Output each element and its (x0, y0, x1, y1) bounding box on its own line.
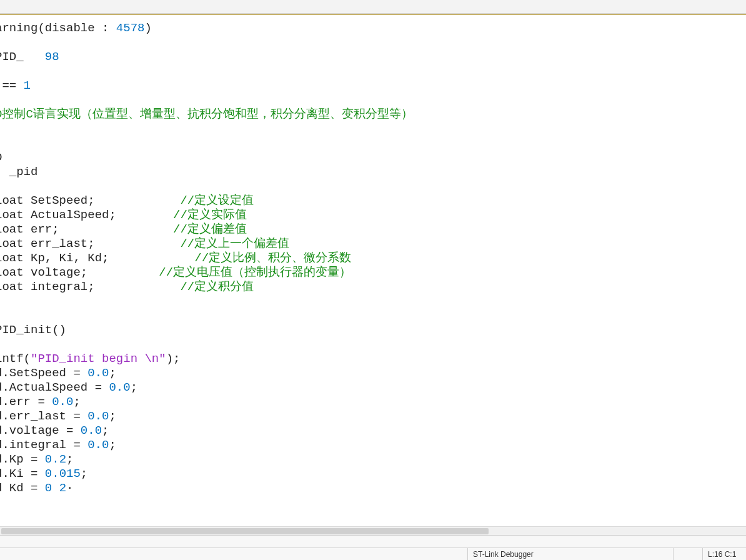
code-line[interactable]: PID_init() (0, 323, 746, 338)
code-token: intf( (0, 352, 31, 366)
code-token: 0.0 (109, 381, 130, 394)
code-token: _pid (0, 165, 37, 179)
code-line[interactable]: d.err = 0.0; (0, 395, 746, 409)
status-row-upper (0, 535, 746, 548)
code-line[interactable]: loat Kp, Ki, Kd; //定义比例、积分、微分系数 (0, 251, 746, 266)
status-cursor-position: L:16 C:1 (702, 548, 746, 560)
code-token: d.integral = (0, 438, 87, 452)
code-token: 0.0 (87, 409, 109, 423)
code-line[interactable] (0, 338, 746, 352)
code-line[interactable]: loat ActualSpeed; //定义实际值 (0, 208, 746, 222)
code-token: loat err_last; (0, 237, 180, 251)
code-token: PID_ (0, 50, 45, 64)
code-token: ) (144, 21, 151, 35)
code-editor[interactable]: arning(disable : 4578) PID_ 98 == 1 D控制C… (0, 14, 746, 528)
code-token: //定义实际值 (173, 208, 247, 222)
code-token: ; (102, 424, 109, 438)
code-line[interactable] (0, 179, 746, 194)
code-token: ; (109, 438, 116, 452)
code-line[interactable]: intf("PID_init begin \n"); (0, 352, 746, 366)
code-token: loat Kp, Ki, Kd; (0, 251, 194, 265)
code-token: //定义积分值 (180, 280, 254, 294)
code-token: 0.015 (45, 467, 81, 481)
code-token: "PID_init begin \n" (31, 352, 166, 366)
code-token: //定义电压值（控制执行器的变量） (159, 266, 351, 279)
code-token: d Kd = (0, 481, 45, 495)
code-token: loat SetSpeed; (0, 194, 180, 208)
code-token: d.SetSpeed = (0, 366, 87, 380)
code-line[interactable] (0, 64, 746, 79)
code-line[interactable]: d.err_last = 0.0; (0, 409, 746, 424)
code-token: //定义比例、积分、微分系数 (194, 251, 351, 265)
code-token: · (66, 481, 73, 495)
code-line[interactable] (0, 93, 746, 108)
status-bar: ST-Link Debugger L:16 C:1 (0, 548, 746, 560)
code-token: loat voltage; (0, 266, 159, 279)
code-token: d.ActualSpeed = (0, 381, 109, 394)
code-line[interactable]: loat integral; //定义积分值 (0, 280, 746, 294)
code-token: 1 (24, 79, 31, 92)
toolbar-top (0, 0, 746, 14)
code-token: 0.0 (81, 424, 102, 438)
code-token: ; (73, 395, 80, 409)
code-line[interactable]: D控制C语言实现（位置型、增量型、抗积分饱和型，积分分离型、变积分型等） (0, 108, 746, 122)
code-line[interactable]: d Kd = 0 2· (0, 481, 746, 496)
code-token: 4578 (116, 21, 145, 35)
code-token: D (0, 151, 2, 164)
code-line[interactable]: d.ActualSpeed = 0.0; (0, 381, 746, 395)
code-token: ; (81, 467, 87, 481)
code-token: ); (166, 352, 181, 366)
code-token: loat integral; (0, 280, 180, 294)
code-token: d.Kp = (0, 452, 45, 466)
code-line[interactable]: == 1 (0, 79, 746, 93)
code-line[interactable]: arning(disable : 4578) (0, 21, 746, 36)
code-line[interactable]: d.SetSpeed = 0.0; (0, 366, 746, 381)
code-token: 0 2 (45, 481, 66, 495)
code-line[interactable]: d.integral = 0.0; (0, 438, 746, 452)
code-token: d.voltage = (0, 424, 81, 438)
code-line[interactable] (0, 294, 746, 309)
code-line[interactable]: d.Ki = 0.015; (0, 467, 746, 481)
code-line[interactable]: d.voltage = 0.0; (0, 424, 746, 438)
code-line[interactable] (0, 136, 746, 151)
code-token: 0.0 (87, 438, 109, 452)
code-token: d.Ki = (0, 467, 45, 481)
code-line[interactable]: D (0, 151, 746, 165)
code-line[interactable] (0, 122, 746, 136)
code-token: 0.0 (87, 366, 109, 380)
code-line[interactable]: loat err_last; //定义上一个偏差值 (0, 237, 746, 251)
code-token: PID_init() (0, 323, 66, 337)
code-token: //定义上一个偏差值 (180, 237, 289, 251)
code-token: d.err = (0, 395, 52, 409)
code-line[interactable]: loat err; //定义偏差值 (0, 222, 746, 237)
status-area: ST-Link Debugger L:16 C:1 (0, 526, 746, 560)
code-token: 0.2 (45, 452, 66, 466)
code-token: d.err_last = (0, 409, 87, 423)
code-content[interactable]: arning(disable : 4578) PID_ 98 == 1 D控制C… (0, 21, 746, 496)
code-line[interactable]: PID_ 98 (0, 50, 746, 64)
code-token: D控制C语言实现（位置型、增量型、抗积分饱和型，积分分离型、变积分型等） (0, 108, 413, 121)
code-line[interactable]: _pid (0, 165, 746, 179)
status-debugger[interactable]: ST-Link Debugger (467, 548, 674, 560)
code-token: ; (66, 452, 73, 466)
code-line[interactable]: loat voltage; //定义电压值（控制执行器的变量） (0, 266, 746, 280)
code-line[interactable]: d.Kp = 0.2; (0, 452, 746, 467)
code-token: //定义设定值 (180, 194, 254, 208)
code-token: ; (109, 366, 116, 380)
code-line[interactable]: loat SetSpeed; //定义设定值 (0, 194, 746, 208)
code-token: arning(disable : (0, 21, 116, 35)
code-token: ; (109, 409, 116, 423)
code-token: loat ActualSpeed; (0, 208, 173, 222)
code-token: == (0, 79, 24, 92)
status-cursor-position-label: L:16 C:1 (708, 550, 736, 559)
horizontal-scrollbar[interactable] (0, 526, 746, 535)
code-token: 0.0 (52, 395, 73, 409)
code-token: loat err; (0, 222, 173, 236)
code-token: ; (131, 381, 137, 394)
code-token: 98 (45, 50, 59, 64)
horizontal-scrollbar-thumb[interactable] (1, 528, 489, 534)
code-line[interactable] (0, 309, 746, 323)
status-debugger-label: ST-Link Debugger (473, 550, 534, 559)
code-line[interactable] (0, 36, 746, 50)
code-token: //定义偏差值 (173, 222, 247, 236)
